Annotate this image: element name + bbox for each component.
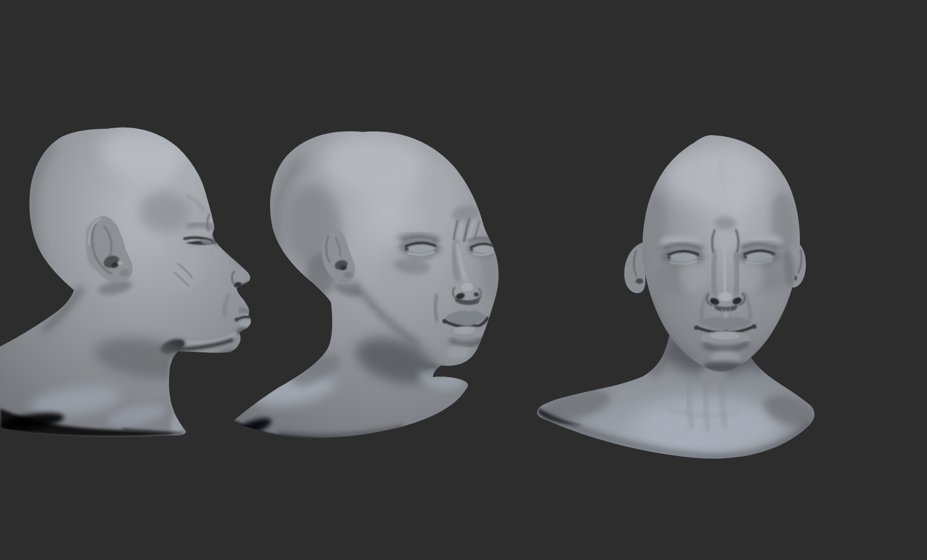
sculpt-viewport[interactable] <box>0 0 927 560</box>
model-render <box>0 0 927 560</box>
